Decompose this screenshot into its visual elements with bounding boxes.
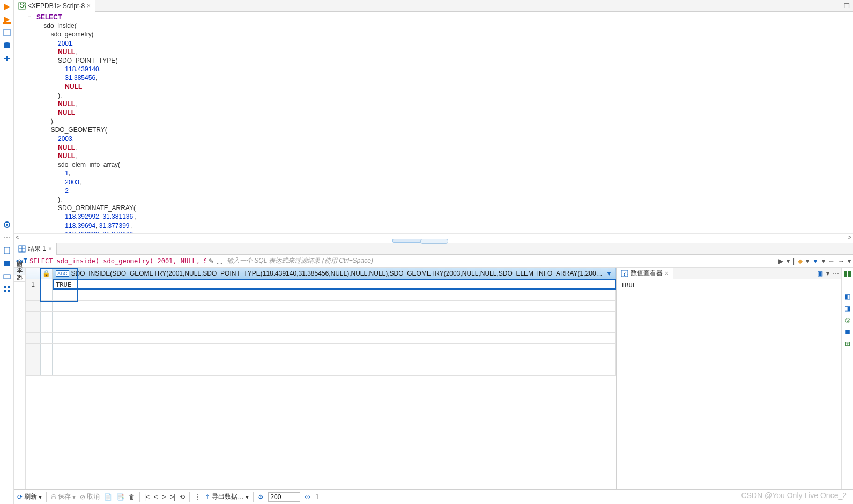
nav-last-icon[interactable]: >| (170, 493, 175, 501)
results-tab[interactable]: 结果 1 × (14, 243, 57, 255)
toggle-icon-2[interactable]: ◨ (843, 304, 852, 313)
folder-icon[interactable] (2, 271, 12, 281)
query-bar: <sT SELECT sdo_inside( sdo_geometry( 200… (14, 255, 853, 268)
run-icon[interactable] (2, 2, 12, 12)
map-icon[interactable]: ▣ (817, 270, 823, 277)
value-viewer-content[interactable]: TRUE (617, 279, 841, 489)
svg-rect-5 (4, 43, 10, 48)
filter-icon[interactable]: ▼ (812, 257, 819, 265)
palette-icon[interactable]: ◆ (798, 257, 803, 265)
svg-rect-13 (4, 290, 6, 292)
svg-rect-11 (4, 286, 6, 288)
svg-point-21 (624, 273, 627, 276)
bottom-toolbar: ⟳刷新▾ ⛁保存▾ ⊘取消 📄 📑 🗑 |< < > >| ⟲ ⋮ ↥导出数据…… (14, 489, 853, 504)
more-icon[interactable]: ⋯ (833, 270, 839, 277)
minimize-icon[interactable]: — (834, 2, 841, 10)
gear-icon[interactable] (2, 220, 12, 229)
close-icon[interactable]: × (665, 270, 669, 277)
nav-prev-icon[interactable]: < (154, 493, 158, 501)
more-icon[interactable]: ⋯ (2, 233, 12, 242)
table-row[interactable]: 1 TRUE (26, 279, 616, 290)
save-button[interactable]: ⛁保存▾ (51, 492, 76, 501)
commit-icon[interactable] (2, 54, 12, 63)
svg-rect-9 (4, 261, 10, 266)
duplicate-icon[interactable]: 📑 (116, 493, 124, 501)
row-limit-input[interactable] (268, 492, 300, 502)
view-tab-grid[interactable]: 网格 (14, 268, 25, 275)
right-panel-toolbar: ◧ ◨ ◎ ≣ ⊞ (841, 268, 853, 489)
cancel-button[interactable]: ⊘取消 (80, 492, 100, 501)
script-icon[interactable]: 📄 (104, 493, 112, 501)
chevron-down-icon[interactable]: ▾ (806, 257, 809, 265)
chevron-down-icon[interactable]: ▾ (848, 257, 851, 265)
panels-icon[interactable] (843, 270, 852, 278)
svg-point-7 (6, 224, 8, 226)
lock-icon[interactable]: 🔒 (41, 268, 53, 279)
inspect-icon (621, 270, 628, 277)
gear-icon[interactable]: ⚙ (258, 493, 264, 501)
nav-next-icon[interactable]: → (838, 257, 844, 265)
svg-rect-3 (4, 29, 10, 36)
view-tab-record[interactable]: 记录 (14, 281, 25, 288)
sql-statement-icon[interactable]: <sT (16, 257, 27, 265)
new-file-icon[interactable] (2, 246, 12, 255)
expand-icon[interactable]: ⛶ (216, 257, 222, 265)
chevron-down-icon[interactable]: ▾ (787, 257, 790, 265)
svg-rect-8 (4, 247, 10, 254)
nav-first-icon[interactable]: |< (144, 493, 150, 501)
nav-refresh-icon[interactable]: ⟲ (180, 493, 185, 501)
edit-query-icon[interactable]: ✎ (209, 257, 214, 265)
explain-plan-icon[interactable] (2, 28, 12, 38)
tab-title: <XEPDB1> Script-8 (28, 2, 85, 10)
grid-corner[interactable] (26, 268, 41, 279)
chevron-down-icon[interactable]: ▾ (822, 257, 825, 265)
left-toolbar: ⋯ (0, 0, 14, 504)
query-summary: SELECT sdo_inside( sdo_geometry( 2001, N… (29, 257, 206, 265)
run-script-icon[interactable] (2, 15, 12, 25)
column-header[interactable]: ABC SDO_INSIDE(SDO_GEOMETRY(2001,NULL,SD… (53, 268, 616, 279)
layout-icon[interactable] (2, 284, 12, 294)
value-viewer-tab-label: 数值查看器 (631, 269, 663, 278)
editor-gutter: − (14, 12, 33, 233)
result-grid: 🔒 ABC SDO_INSIDE(SDO_GEOMETRY(2001,NULL,… (26, 268, 616, 489)
svg-rect-12 (8, 286, 10, 288)
close-icon[interactable]: × (87, 2, 91, 10)
toggle-icon-4[interactable]: ≣ (843, 328, 852, 336)
restore-icon[interactable]: ❐ (844, 2, 850, 10)
nav-prev-icon[interactable]: ← (828, 257, 835, 265)
value-viewer-panel: 数值查看器 × ▣▾ ⋯ TRUE (616, 268, 841, 489)
svg-rect-10 (4, 275, 10, 279)
rows-icon[interactable]: ⏲ (305, 493, 311, 501)
results-tabbar: 结果 1 × (14, 243, 853, 255)
grid-icon (18, 245, 26, 253)
chevron-down-icon[interactable]: ▼ (606, 270, 612, 277)
editor-tab[interactable]: SQL <XEPDB1> Script-8 × (14, 0, 95, 12)
sql-file-icon: SQL (18, 2, 26, 10)
svg-rect-14 (8, 290, 10, 292)
chevron-down-icon[interactable]: ▾ (826, 270, 829, 277)
more-nav-icon[interactable]: ⋮ (194, 493, 201, 501)
refresh-button[interactable]: ⟳刷新▾ (17, 492, 42, 501)
play-icon[interactable]: ▶ (778, 257, 783, 265)
value-viewer-tab[interactable]: 数值查看器 × (617, 268, 673, 279)
toggle-icon-3[interactable]: ◎ (843, 316, 852, 324)
export-button[interactable]: ↥导出数据…▾ (205, 492, 249, 501)
toggle-icon-1[interactable]: ◧ (843, 292, 852, 301)
save-file-icon[interactable] (2, 258, 12, 268)
delete-icon[interactable]: 🗑 (129, 493, 135, 501)
fold-icon[interactable]: − (27, 14, 32, 19)
row-count: 1 (315, 493, 319, 501)
results-tab-label: 结果 1 (28, 244, 46, 254)
view-tab-text[interactable]: 文本 (14, 275, 25, 281)
cell-value[interactable]: TRUE (53, 279, 616, 290)
svg-marker-0 (4, 4, 10, 10)
row-lock (41, 279, 53, 290)
sql-editor[interactable]: SELECT sdo_inside( sdo_geometry( 2001, N… (33, 12, 853, 233)
filter-input[interactable]: 输入一个 SQL 表达式来过滤结果 (使用 Ctrl+Space) (225, 256, 776, 265)
nav-next-icon[interactable]: > (162, 493, 166, 501)
toggle-icon-5[interactable]: ⊞ (843, 339, 852, 348)
split-handle[interactable] (14, 241, 853, 243)
close-icon[interactable]: × (48, 245, 52, 253)
svg-rect-22 (844, 271, 847, 277)
db-icon[interactable] (2, 41, 12, 50)
